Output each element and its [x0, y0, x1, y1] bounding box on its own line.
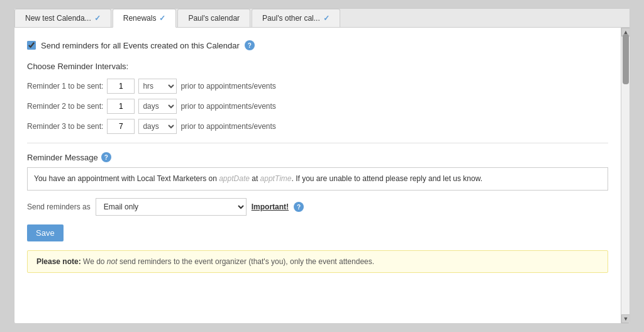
tab-check-pauls-other-cal: ✓: [323, 14, 330, 23]
reminder-label-3: Reminder 3 to be sent:: [27, 122, 103, 131]
msg-part-2: at: [250, 174, 260, 183]
reminder-label-2: Reminder 2 to be sent:: [27, 102, 103, 111]
send-as-label: Send reminders as: [27, 202, 91, 211]
main-content: Send reminders for all Events created on…: [14, 28, 630, 323]
note-italic: not: [107, 257, 118, 266]
reminder-label-1: Reminder 1 to be sent:: [27, 82, 103, 91]
reminder-intervals-section-label: Choose Reminder Intervals:: [27, 62, 608, 71]
important-link[interactable]: Important!: [252, 202, 289, 211]
scrollbar-thumb[interactable]: [623, 34, 629, 84]
reminder-post-2: prior to appointments/events: [180, 102, 275, 111]
content-area: Send reminders for all Events created on…: [14, 28, 621, 323]
scrollbar-track: ▲ ▼: [621, 28, 630, 323]
tab-pauls-calendar[interactable]: Paul's calendar: [177, 9, 250, 27]
tab-check-renewals: ✓: [159, 14, 165, 23]
send-as-row: Send reminders as Email onlySMS onlyEmai…: [27, 198, 608, 216]
reminder-post-3: prior to appointments/events: [180, 122, 275, 131]
reminder-row-2: Reminder 2 to be sent:hrsdaysweeksprior …: [27, 99, 608, 114]
tab-new-test-calendar[interactable]: New test Calenda... ✓: [14, 9, 111, 27]
msg-part-1: You have an appointment with Local Text …: [34, 174, 219, 183]
reminder-row-1: Reminder 1 to be sent:hrsdaysweeksprior …: [27, 79, 608, 94]
note-box: Please note: We do not send reminders to…: [27, 250, 608, 273]
send-reminders-row: Send reminders for all Events created on…: [27, 40, 608, 50]
reminder-unit-1[interactable]: hrsdaysweeks: [138, 79, 177, 94]
reminder-message-label: Reminder Message ?: [27, 152, 608, 162]
send-reminders-label: Send reminders for all Events created on…: [41, 41, 240, 50]
msg-part-3: . If you are unable to attend please rep…: [292, 174, 483, 183]
reminder-post-1: prior to appointments/events: [180, 82, 275, 91]
reminder-message-info-icon[interactable]: ?: [101, 152, 111, 162]
tab-pauls-other-cal[interactable]: Paul's other cal... ✓: [252, 9, 340, 27]
reminder-value-1[interactable]: [107, 79, 135, 94]
reminder-value-2[interactable]: [107, 99, 135, 114]
send-as-select[interactable]: Email onlySMS onlyEmail and SMS: [96, 198, 247, 216]
reminder-unit-3[interactable]: hrsdaysweeks: [138, 119, 177, 134]
reminder-rows-container: Reminder 1 to be sent:hrsdaysweeksprior …: [27, 79, 608, 134]
tab-renewals[interactable]: Renewals ✓: [113, 9, 177, 28]
send-reminders-checkbox[interactable]: [27, 41, 36, 50]
appt-date-placeholder: apptDate: [219, 174, 250, 183]
reminder-message-box: You have an appointment with Local Text …: [27, 167, 608, 191]
note-text-pre: We do: [83, 257, 107, 266]
reminder-row-3: Reminder 3 to be sent:hrsdaysweeksprior …: [27, 119, 608, 134]
reminder-value-3[interactable]: [107, 119, 135, 134]
scrollbar-down-arrow[interactable]: ▼: [621, 314, 630, 323]
tab-bar: New test Calenda... ✓Renewals ✓Paul's ca…: [14, 9, 630, 28]
save-button[interactable]: Save: [27, 224, 64, 241]
tab-check-new-test-calendar: ✓: [94, 14, 101, 23]
divider-1: [27, 143, 608, 143]
send-reminders-info-icon[interactable]: ?: [245, 40, 255, 50]
important-info-icon[interactable]: ?: [294, 202, 304, 212]
note-bold: Please note:: [36, 257, 81, 266]
reminder-message-text: Reminder Message: [27, 153, 98, 162]
reminder-unit-2[interactable]: hrsdaysweeks: [138, 99, 177, 114]
appt-time-placeholder: apptTime: [260, 174, 292, 183]
note-text-post: send reminders to the event organizer (t…: [118, 257, 375, 266]
